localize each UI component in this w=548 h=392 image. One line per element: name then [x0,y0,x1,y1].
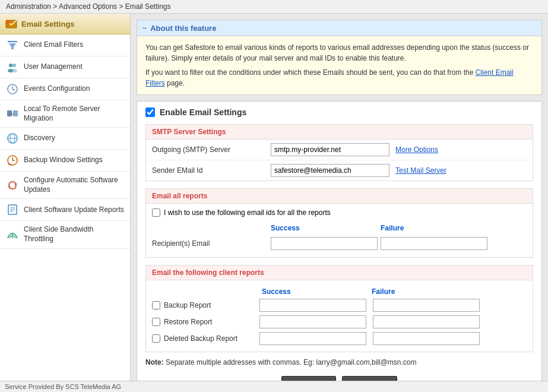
email-client-body: Success Failure Backup Report Restore Re… [146,280,533,352]
more-options-link[interactable]: More Options [395,146,438,154]
auto-update-icon [6,179,19,192]
email-all-col-headers: Success Failure [152,222,527,235]
sidebar-item-label-bandwidth: Client Side Bandwidth Throttling [24,225,124,244]
enable-email-row: Enable Email Settings [145,108,533,117]
email-all-body: I wish to use the following email ids fo… [146,204,533,257]
success-col-header: Success [271,224,381,232]
sidebar-item-backup-window[interactable]: Backup Window Settings [0,150,130,172]
sidebar-item-label-events-configuration: Events Configuration [24,84,90,94]
main-content: − About this feature You can get Safesto… [131,14,548,381]
svg-point-4 [9,64,12,67]
svg-rect-2 [8,41,17,42]
smtp-section-header: SMTP Server Settings [146,125,533,140]
client-row: Deleted Backup Report [152,330,527,347]
client-row-failure-1[interactable] [373,315,480,328]
failure-col-header: Failure [381,224,490,232]
client-row-checkbox-1[interactable] [152,318,160,326]
email-client-header: Email the following client reports [146,265,533,280]
email-client-section: Email the following client reports Succe… [145,265,533,352]
smtp-row-sender: Sender EMail Id Test Mail Server [146,160,533,181]
wish-checkbox[interactable] [152,208,160,217]
client-row: Restore Report [152,314,527,330]
client-row-checkbox-0[interactable] [152,301,160,309]
smtp-outgoing-label: Outgoing (SMTP) Server [152,146,271,154]
sidebar-item-user-management[interactable]: User Management [0,56,130,78]
client-success-col-header: Success [262,287,372,296]
sidebar-header: Email Settings [0,14,130,34]
enable-email-checkbox[interactable] [145,108,155,117]
sidebar-title: Email Settings [21,20,75,29]
bandwidth-icon [6,228,19,241]
collapse-icon[interactable]: − [142,23,147,33]
email-all-header: Email all reports [146,189,533,204]
smtp-outgoing-input[interactable] [271,143,389,156]
smtp-section: SMTP Server Settings Outgoing (SMTP) Ser… [145,124,533,181]
client-row-success-0[interactable] [259,299,366,312]
sidebar: Email Settings Client Email Filters User… [0,14,131,381]
sidebar-item-local-to-remote[interactable]: Local To Remote Server Migration [0,100,130,128]
svg-rect-9 [7,110,12,116]
client-failure-col-header: Failure [372,287,482,296]
sidebar-item-label-discovery: Discovery [24,134,55,143]
client-row-label-0: Backup Report [164,301,256,309]
info-box-body: You can get Safestore to email various k… [137,36,541,94]
email-settings-icon [5,17,18,30]
info-body-2: If you want to filter out the conditions… [145,67,533,88]
info-box-title: About this feature [150,24,216,33]
svg-marker-3 [9,43,16,49]
wish-label: I wish to use the following email ids fo… [164,208,331,217]
client-row-failure-0[interactable] [373,299,480,312]
users-icon [6,61,19,74]
svg-point-5 [12,64,16,67]
info-box: − About this feature You can get Safesto… [137,20,542,95]
test-mail-server-link[interactable]: Test Mail Server [395,166,446,175]
clear-button[interactable]: Clear [342,376,397,381]
events-icon [6,83,19,96]
sidebar-item-bandwidth[interactable]: Client Side Bandwidth Throttling [0,221,130,248]
smtp-sender-label: Sender EMail Id [152,166,271,175]
client-row-success-2[interactable] [259,332,366,345]
client-row-success-1[interactable] [259,315,366,328]
sidebar-item-label-auto-updates: Configure Automatic Software Updates [24,176,124,194]
email-all-section: Email all reports I wish to use the foll… [145,188,533,258]
client-row-checkbox-2[interactable] [152,334,160,343]
sidebar-item-label-client-email-filters: Client Email Filters [24,40,83,50]
recipient-label: Recipient(s) Email [152,239,271,248]
save-button[interactable]: Save [281,376,336,381]
sidebar-item-label-local-to-remote: Local To Remote Server Migration [24,105,124,123]
wish-row: I wish to use the following email ids fo… [152,208,527,217]
sidebar-item-software-reports[interactable]: Client Software Update Reports [0,199,130,221]
button-row: Save Clear [145,374,533,381]
migration-icon [6,108,19,121]
sidebar-item-discovery[interactable]: Discovery [0,128,130,150]
note-text: Note: Separate multiple addresses with c… [145,358,533,366]
info-box-header: − About this feature [137,20,541,36]
enable-email-label: Enable Email Settings [160,108,246,117]
sidebar-item-client-email-filters[interactable]: Client Email Filters [0,34,130,56]
settings-panel: Enable Email Settings SMTP Server Settin… [137,101,542,381]
client-row-failure-2[interactable] [373,332,480,345]
smtp-sender-input[interactable] [271,164,389,177]
sidebar-item-auto-updates[interactable]: Configure Automatic Software Updates [0,172,130,199]
filter-icon [6,39,19,52]
backup-window-icon [6,154,19,167]
breadcrumb: Administration > Advanced Options > Emai… [0,0,548,14]
discovery-icon [6,132,19,145]
recipient-row: Recipient(s) Email [152,235,527,252]
info-body-1: You can get Safestore to email various k… [145,42,533,64]
sidebar-item-label-backup-window: Backup Window Settings [24,156,103,165]
recipient-success-input[interactable] [271,237,378,250]
sidebar-item-label-user-management: User Management [24,62,83,72]
smtp-row-outgoing: Outgoing (SMTP) Server More Options [146,140,533,160]
svg-rect-10 [13,110,18,116]
client-row: Backup Report [152,297,527,314]
client-row-label-2: Deleted Backup Report [164,334,256,343]
status-bar: Service Provided By SCS TeleMedia AG [0,381,548,392]
client-row-label-1: Restore Report [164,318,256,326]
svg-point-1 [6,20,9,24]
software-reports-icon [6,203,19,216]
sidebar-item-label-software-reports: Client Software Update Reports [24,206,124,215]
recipient-failure-input[interactable] [381,237,487,250]
svg-point-7 [11,69,17,72]
sidebar-item-events-configuration[interactable]: Events Configuration [0,78,130,100]
